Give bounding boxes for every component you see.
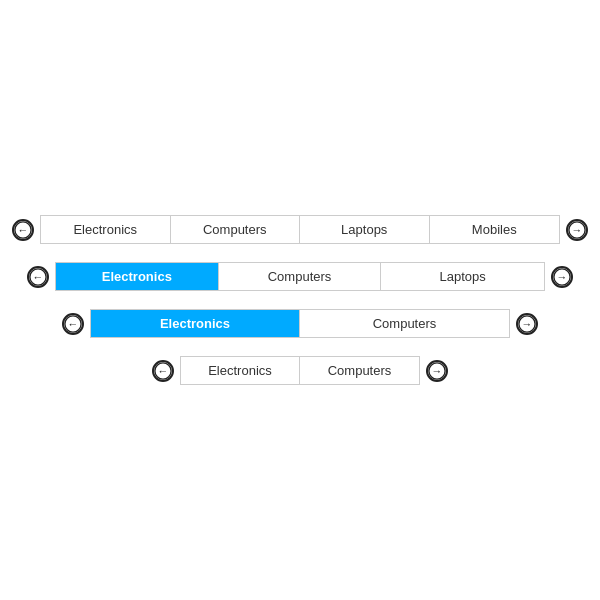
tab-4-1[interactable]: Electronics <box>181 357 300 384</box>
svg-text:→: → <box>522 318 533 330</box>
tabs-container-1: ElectronicsComputersLaptopsMobiles <box>40 215 560 244</box>
tab-2-2[interactable]: Computers <box>219 263 382 290</box>
svg-text:←: ← <box>18 224 29 236</box>
page-container: ← ElectronicsComputersLaptopsMobiles → ←… <box>0 0 600 600</box>
svg-text:→: → <box>572 224 583 236</box>
svg-text:→: → <box>432 365 443 377</box>
right-arrow-2[interactable]: → <box>551 266 573 288</box>
tab-3-2[interactable]: Computers <box>300 310 509 337</box>
tabs-container-4: ElectronicsComputers <box>180 356 420 385</box>
left-arrow-2[interactable]: ← <box>27 266 49 288</box>
nav-row-4: ← ElectronicsComputers → <box>152 356 448 385</box>
left-arrow-3[interactable]: ← <box>62 313 84 335</box>
nav-row-1: ← ElectronicsComputersLaptopsMobiles → <box>12 215 588 244</box>
tabs-container-2: ElectronicsComputersLaptops <box>55 262 545 291</box>
svg-text:←: ← <box>68 318 79 330</box>
tab-2-3[interactable]: Laptops <box>381 263 544 290</box>
right-arrow-3[interactable]: → <box>516 313 538 335</box>
nav-row-2: ← ElectronicsComputersLaptops → <box>27 262 573 291</box>
right-arrow-4[interactable]: → <box>426 360 448 382</box>
tab-1-2[interactable]: Computers <box>171 216 301 243</box>
right-arrow-1[interactable]: → <box>566 219 588 241</box>
tabs-container-3: ElectronicsComputers <box>90 309 510 338</box>
tab-1-3[interactable]: Laptops <box>300 216 430 243</box>
svg-text:←: ← <box>158 365 169 377</box>
tab-2-1[interactable]: Electronics <box>56 263 219 290</box>
tab-3-1[interactable]: Electronics <box>91 310 300 337</box>
nav-row-3: ← ElectronicsComputers → <box>62 309 538 338</box>
svg-text:→: → <box>557 271 568 283</box>
tab-1-4[interactable]: Mobiles <box>430 216 560 243</box>
tab-4-2[interactable]: Computers <box>300 357 419 384</box>
left-arrow-1[interactable]: ← <box>12 219 34 241</box>
tab-1-1[interactable]: Electronics <box>41 216 171 243</box>
left-arrow-4[interactable]: ← <box>152 360 174 382</box>
svg-text:←: ← <box>33 271 44 283</box>
